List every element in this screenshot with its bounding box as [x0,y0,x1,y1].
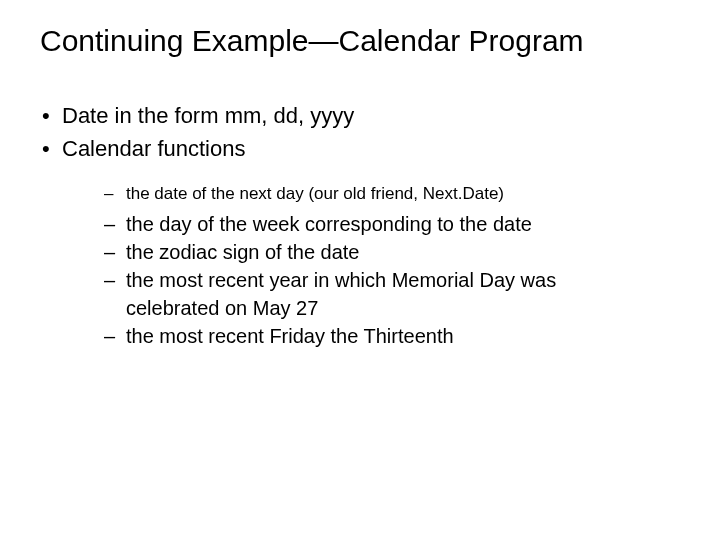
sub-bullet-day-of-week: the day of the week corresponding to the… [104,212,680,237]
sub-bullet-memorial-day-cont: celebrated on May 27 [104,296,680,321]
sub-bullet-friday-13: the most recent Friday the Thirteenth [104,324,680,349]
sub-bullet-nextdate: the date of the next day (our old friend… [104,183,680,204]
sub-bullet-group: the date of the next day (our old friend… [40,183,680,349]
sub-bullet-zodiac: the zodiac sign of the date [104,240,680,265]
sub-bullet-memorial-day: the most recent year in which Memorial D… [104,268,680,293]
bullet-calendar-functions: Calendar functions [40,135,680,164]
slide-title: Continuing Example—Calendar Program [40,24,680,58]
slide: Continuing Example—Calendar Program Date… [0,0,720,540]
bullet-date-form: Date in the form mm, dd, yyyy [40,102,680,131]
